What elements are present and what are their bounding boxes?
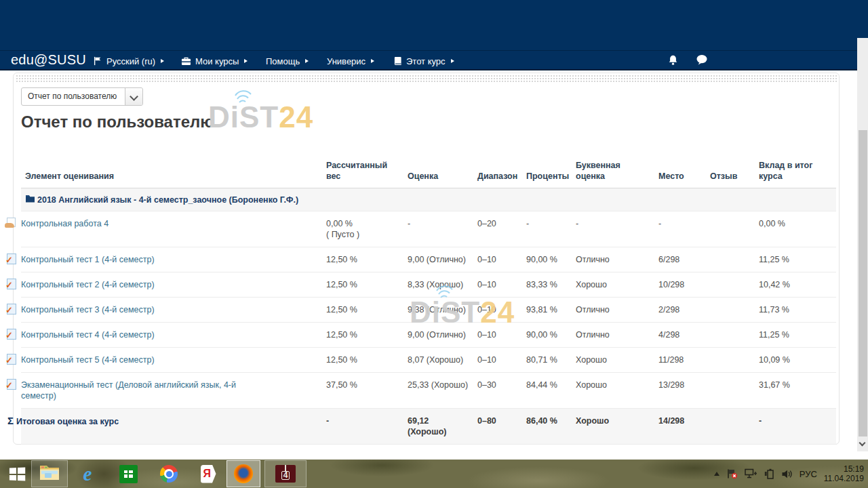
scrollbar-thumb[interactable] <box>859 130 867 436</box>
cell-range: 0–20 <box>477 211 526 247</box>
nav-my-courses-menu[interactable]: Мои курсы <box>181 54 248 68</box>
quiz-icon <box>7 354 16 365</box>
cell-rank: 13/298 <box>658 373 710 409</box>
cell-weight: 12,50 % <box>326 348 408 373</box>
cell-rank: 14/298 <box>658 409 710 445</box>
cell-letter: Хорошо <box>576 348 658 373</box>
file-explorer-button[interactable] <box>31 460 68 487</box>
grade-item-link[interactable]: Экзаменационный тест (Деловой английский… <box>21 380 273 401</box>
nav-help-menu[interactable]: Помощь <box>266 54 309 68</box>
firefox-icon <box>234 464 253 483</box>
col-contribution: Вклад в итог курса <box>759 153 836 188</box>
nav-help-label: Помощь <box>266 56 300 66</box>
cell-contribution: 10,42 % <box>759 272 836 298</box>
grade-report-table: Элемент оценивания Рассчитанный вес Оцен… <box>21 153 836 445</box>
col-feedback: Отзыв <box>710 153 759 188</box>
quiz-icon <box>7 279 16 289</box>
scrollbar-down-arrow-icon[interactable] <box>859 440 866 447</box>
col-rank: Место <box>658 153 710 188</box>
grade-item-link[interactable]: Контрольный тест 4 (4-й семестр) <box>21 330 155 340</box>
grade-item-link[interactable]: Контрольная работа 4 <box>21 219 108 228</box>
table-row: Контрольный тест 5 (4-й семестр) 12,50 %… <box>21 348 836 373</box>
cell-grade: 9,00 (Отлично) <box>408 323 477 348</box>
header-divider <box>0 50 868 51</box>
action-center-flag-icon[interactable] <box>726 468 738 479</box>
chevron-right-icon <box>451 59 454 63</box>
chevron-right-icon <box>161 59 164 63</box>
course-total-label: Итоговая оценка за курс <box>16 417 119 426</box>
nav-my-courses-label: Мои курсы <box>195 56 239 66</box>
table-row: Контрольный тест 2 (4-й семестр) 12,50 %… <box>21 272 836 298</box>
tray-expand-icon[interactable] <box>714 472 719 476</box>
cell-letter: Хорошо <box>576 373 658 409</box>
cell-rank: - <box>658 211 710 247</box>
cell-grade: 9,00 (Отлично) <box>408 247 477 272</box>
cell-weight: 12,50 % <box>326 298 408 323</box>
system-tray: РУС 15:19 11.04.2019 <box>714 460 864 488</box>
chrome-button[interactable] <box>156 460 182 487</box>
main-content: Отчет по пользователю Отчет по пользоват… <box>13 73 840 445</box>
table-row: Контрольный тест 4 (4-й семестр) 12,50 %… <box>21 323 836 348</box>
nav-language-label: Русский (ru) <box>106 56 155 66</box>
table-row: Контрольная работа 4 0,00 %( Пусто ) - 0… <box>21 211 836 247</box>
yandex-browser-icon: Я <box>201 465 216 483</box>
chevron-right-icon <box>244 59 248 63</box>
folder-icon <box>25 194 35 205</box>
cell-letter: Хорошо <box>576 409 658 445</box>
cell-contribution: 0,00 % <box>759 211 836 247</box>
cell-letter: Хорошо <box>576 272 658 298</box>
cell-letter: - <box>576 211 658 247</box>
site-logo[interactable]: edu@SUSU <box>11 52 86 68</box>
cell-range: 0–10 <box>477 323 526 348</box>
cell-letter: Отлично <box>576 247 658 272</box>
battery-icon[interactable] <box>764 468 774 479</box>
grade-item-link[interactable]: Контрольный тест 5 (4-й семестр) <box>21 355 155 365</box>
cell-range: 0–10 <box>477 298 526 323</box>
internet-explorer-button[interactable]: e <box>75 460 100 487</box>
chevron-down-icon <box>125 88 142 105</box>
grade-item-link[interactable]: Контрольный тест 2 (4-й семестр) <box>21 280 155 289</box>
sigma-icon: Σ <box>7 415 14 426</box>
grade-item-link[interactable]: Контрольный тест 3 (4-й семестр) <box>21 305 155 314</box>
course-total-row: ΣИтоговая оценка за курс - 69,12(Хорошо)… <box>21 409 836 445</box>
cell-feedback <box>710 409 759 445</box>
cell-grade: - <box>408 211 477 247</box>
cell-contribution: 11,25 % <box>759 247 836 272</box>
cell-rank: 11/298 <box>658 348 710 373</box>
dotted-texture <box>16 75 837 83</box>
messages-button[interactable] <box>694 54 709 68</box>
grade-item-link[interactable]: Контрольный тест 1 (4-й семестр) <box>21 255 155 264</box>
redbox-app-button[interactable]: 4 <box>264 460 307 487</box>
cell-contribution: 11,73 % <box>759 298 836 323</box>
volume-icon[interactable] <box>781 469 793 479</box>
cell-rank: 2/298 <box>658 298 710 323</box>
col-weight: Рассчитанный вес <box>326 153 408 188</box>
cell-percent: 93,81 % <box>526 298 576 323</box>
start-button[interactable] <box>4 460 30 487</box>
cell-weight: 12,50 % <box>326 323 408 348</box>
windows-taskbar: e Я 4 РУС 15:19 11.04.2019 <box>0 460 868 488</box>
nav-univeris-menu[interactable]: Универис <box>327 54 374 68</box>
dist24-watermark: DiST24 <box>208 100 313 134</box>
file-explorer-icon <box>39 464 60 484</box>
clock[interactable]: 15:19 11.04.2019 <box>824 464 864 483</box>
page-title: Отчет по пользователю <box>21 113 214 131</box>
vertical-scrollbar[interactable] <box>857 38 868 451</box>
network-icon[interactable] <box>745 468 757 479</box>
cell-contribution: 11,25 % <box>759 323 836 348</box>
cell-grade: 9,38 (Отлично) <box>408 298 477 323</box>
nav-language-menu[interactable]: Русский (ru) <box>93 54 164 68</box>
cell-percent: 83,33 % <box>526 272 576 298</box>
language-indicator[interactable]: РУС <box>800 469 817 479</box>
cell-feedback <box>710 247 759 272</box>
cell-feedback <box>710 298 759 323</box>
flag-icon <box>93 56 102 66</box>
firefox-button[interactable] <box>226 460 260 487</box>
windows-store-button[interactable] <box>115 460 141 487</box>
notifications-button[interactable] <box>665 54 680 68</box>
cell-letter: Отлично <box>576 298 658 323</box>
cell-rank: 10/298 <box>658 272 710 298</box>
report-type-select[interactable]: Отчет по пользователю <box>21 87 143 106</box>
nav-this-course-menu[interactable]: Этот курс <box>393 54 454 68</box>
yandex-browser-button[interactable]: Я <box>195 460 221 487</box>
